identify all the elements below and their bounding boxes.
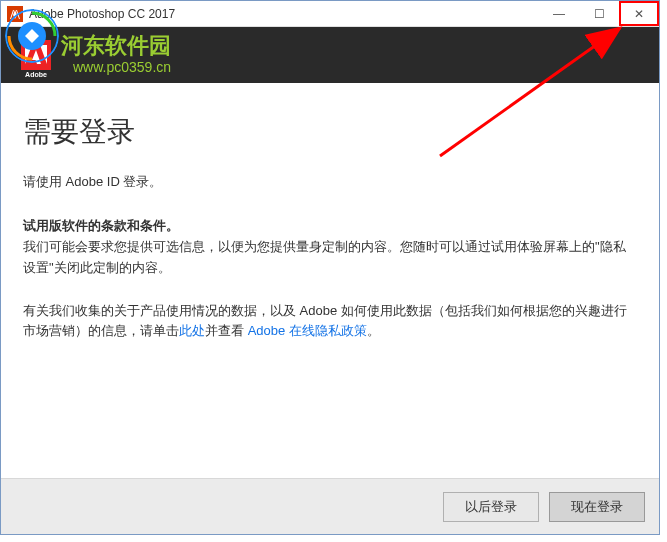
titlebar: Adobe Photoshop CC 2017 — ☐ ✕: [1, 1, 659, 27]
footer: 以后登录 现在登录: [1, 478, 659, 534]
data-text-part2: 并查看: [205, 323, 248, 338]
maximize-button[interactable]: ☐: [579, 1, 619, 26]
minimize-button[interactable]: —: [539, 1, 579, 26]
app-window: Adobe Photoshop CC 2017 — ☐ ✕ Adobe 河东软件…: [0, 0, 660, 535]
data-usage-text: 有关我们收集的关于产品使用情况的数据，以及 Adobe 如何使用此数据（包括我们…: [23, 301, 637, 343]
link-here[interactable]: 此处: [179, 323, 205, 338]
link-privacy-policy[interactable]: Adobe 在线隐私政策: [248, 323, 367, 338]
watermark-text: 河东软件园: [61, 31, 171, 61]
terms-title: 试用版软件的条款和条件。: [23, 217, 637, 235]
watermark-logo-icon: [5, 9, 59, 63]
data-text-part3: 。: [367, 323, 380, 338]
window-controls: — ☐ ✕: [539, 1, 659, 26]
adobe-label: Adobe: [25, 71, 47, 78]
login-later-button[interactable]: 以后登录: [443, 492, 539, 522]
window-title: Adobe Photoshop CC 2017: [29, 7, 539, 21]
subtitle: 请使用 Adobe ID 登录。: [23, 173, 637, 191]
terms-text: 我们可能会要求您提供可选信息，以便为您提供量身定制的内容。您随时可以通过试用体验…: [23, 237, 637, 279]
watermark-url: www.pc0359.cn: [73, 59, 171, 75]
close-button[interactable]: ✕: [619, 1, 659, 26]
main-title: 需要登录: [23, 113, 637, 151]
content-area: 需要登录 请使用 Adobe ID 登录。 试用版软件的条款和条件。 我们可能会…: [1, 83, 659, 342]
login-now-button[interactable]: 现在登录: [549, 492, 645, 522]
